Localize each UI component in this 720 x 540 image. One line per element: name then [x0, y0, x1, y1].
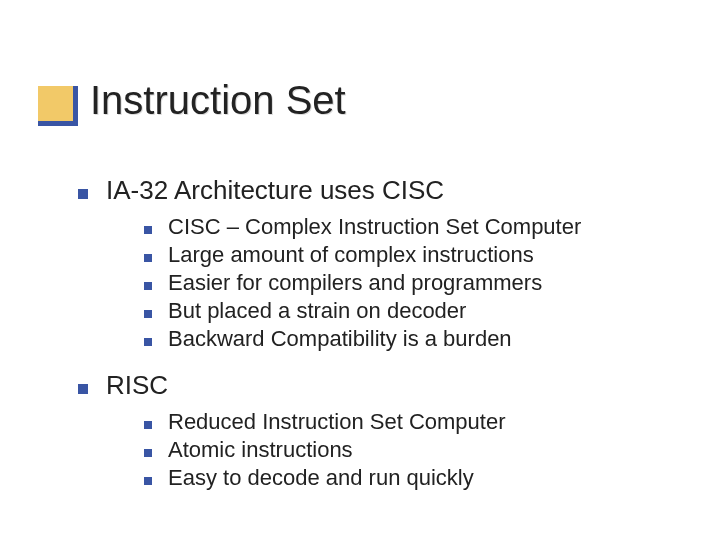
list-item-text: CISC – Complex Instruction Set Computer [168, 214, 581, 240]
section-heading-text: RISC [106, 370, 168, 401]
section-items: Reduced Instruction Set Computer Atomic … [144, 409, 678, 491]
section-heading-text: IA-32 Architecture uses CISC [106, 175, 444, 206]
square-bullet-icon [144, 449, 152, 457]
list-item-text: But placed a strain on decoder [168, 298, 466, 324]
list-item-text: Large amount of complex instructions [168, 242, 534, 268]
square-bullet-icon [144, 282, 152, 290]
list-item: Large amount of complex instructions [144, 242, 678, 268]
list-item-text: Backward Compatibility is a burden [168, 326, 512, 352]
list-item-text: Reduced Instruction Set Computer [168, 409, 506, 435]
square-bullet-icon [144, 477, 152, 485]
list-item: Backward Compatibility is a burden [144, 326, 678, 352]
slide: Instruction Set IA-32 Architecture uses … [0, 0, 720, 540]
section-heading: RISC [78, 370, 678, 401]
square-bullet-icon [144, 310, 152, 318]
list-item: CISC – Complex Instruction Set Computer [144, 214, 678, 240]
square-bullet-icon [144, 254, 152, 262]
square-bullet-icon [144, 226, 152, 234]
section-items: CISC – Complex Instruction Set Computer … [144, 214, 678, 352]
square-bullet-icon [144, 338, 152, 346]
list-item: Easy to decode and run quickly [144, 465, 678, 491]
list-item: Reduced Instruction Set Computer [144, 409, 678, 435]
square-bullet-icon [78, 189, 88, 199]
title-accent-square [38, 86, 78, 126]
square-bullet-icon [144, 421, 152, 429]
list-item: Easier for compilers and programmers [144, 270, 678, 296]
square-bullet-icon [78, 384, 88, 394]
slide-title: Instruction Set [90, 78, 346, 123]
list-item-text: Atomic instructions [168, 437, 353, 463]
list-item: Atomic instructions [144, 437, 678, 463]
list-item-text: Easier for compilers and programmers [168, 270, 542, 296]
list-item-text: Easy to decode and run quickly [168, 465, 474, 491]
list-item: But placed a strain on decoder [144, 298, 678, 324]
slide-body: IA-32 Architecture uses CISC CISC – Comp… [78, 175, 678, 509]
section-heading: IA-32 Architecture uses CISC [78, 175, 678, 206]
